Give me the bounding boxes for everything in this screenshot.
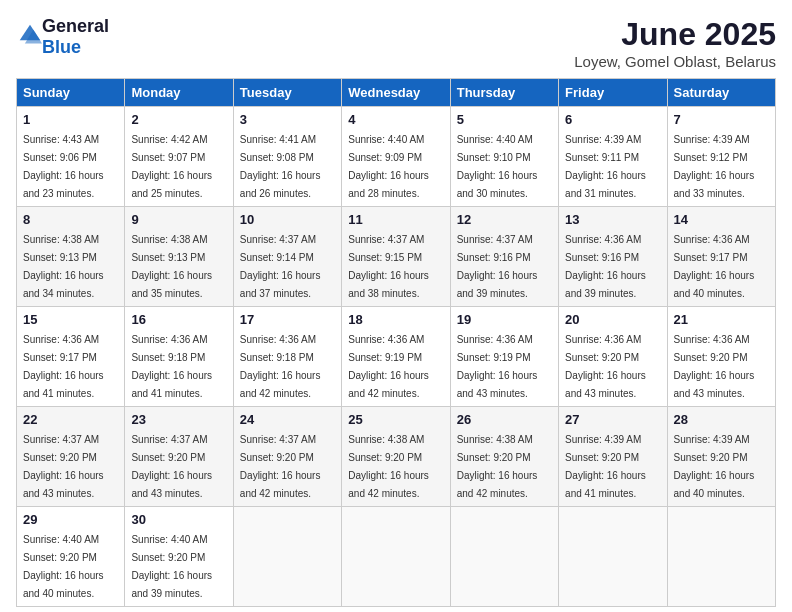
day-number: 27 (565, 412, 660, 427)
day-number: 4 (348, 112, 443, 127)
day-number: 11 (348, 212, 443, 227)
day-info: Sunrise: 4:38 AMSunset: 9:20 PMDaylight:… (457, 434, 538, 499)
header-wednesday: Wednesday (342, 79, 450, 107)
calendar-cell: 23 Sunrise: 4:37 AMSunset: 9:20 PMDaylig… (125, 407, 233, 507)
calendar-cell (450, 507, 558, 607)
calendar-cell (342, 507, 450, 607)
day-number: 10 (240, 212, 335, 227)
day-info: Sunrise: 4:39 AMSunset: 9:20 PMDaylight:… (674, 434, 755, 499)
calendar-week-2: 8 Sunrise: 4:38 AMSunset: 9:13 PMDayligh… (17, 207, 776, 307)
day-info: Sunrise: 4:37 AMSunset: 9:16 PMDaylight:… (457, 234, 538, 299)
day-number: 25 (348, 412, 443, 427)
calendar-week-3: 15 Sunrise: 4:36 AMSunset: 9:17 PMDaylig… (17, 307, 776, 407)
calendar-header: SundayMondayTuesdayWednesdayThursdayFrid… (17, 79, 776, 107)
day-number: 29 (23, 512, 118, 527)
logo-icon (18, 23, 42, 47)
day-number: 7 (674, 112, 769, 127)
day-info: Sunrise: 4:39 AMSunset: 9:11 PMDaylight:… (565, 134, 646, 199)
day-number: 2 (131, 112, 226, 127)
day-number: 8 (23, 212, 118, 227)
day-number: 20 (565, 312, 660, 327)
day-number: 14 (674, 212, 769, 227)
header-thursday: Thursday (450, 79, 558, 107)
day-info: Sunrise: 4:36 AMSunset: 9:18 PMDaylight:… (131, 334, 212, 399)
day-number: 21 (674, 312, 769, 327)
day-number: 3 (240, 112, 335, 127)
calendar-cell: 7 Sunrise: 4:39 AMSunset: 9:12 PMDayligh… (667, 107, 775, 207)
header-row: SundayMondayTuesdayWednesdayThursdayFrid… (17, 79, 776, 107)
day-info: Sunrise: 4:36 AMSunset: 9:19 PMDaylight:… (348, 334, 429, 399)
logo: General Blue (16, 16, 109, 58)
day-number: 6 (565, 112, 660, 127)
calendar-cell: 14 Sunrise: 4:36 AMSunset: 9:17 PMDaylig… (667, 207, 775, 307)
day-number: 28 (674, 412, 769, 427)
day-info: Sunrise: 4:39 AMSunset: 9:20 PMDaylight:… (565, 434, 646, 499)
header-monday: Monday (125, 79, 233, 107)
day-number: 12 (457, 212, 552, 227)
header-friday: Friday (559, 79, 667, 107)
day-info: Sunrise: 4:40 AMSunset: 9:10 PMDaylight:… (457, 134, 538, 199)
day-number: 15 (23, 312, 118, 327)
day-info: Sunrise: 4:37 AMSunset: 9:20 PMDaylight:… (23, 434, 104, 499)
calendar-cell: 8 Sunrise: 4:38 AMSunset: 9:13 PMDayligh… (17, 207, 125, 307)
logo-blue: Blue (42, 37, 81, 57)
day-info: Sunrise: 4:38 AMSunset: 9:13 PMDaylight:… (131, 234, 212, 299)
calendar-cell (559, 507, 667, 607)
calendar-cell: 1 Sunrise: 4:43 AMSunset: 9:06 PMDayligh… (17, 107, 125, 207)
calendar-cell: 24 Sunrise: 4:37 AMSunset: 9:20 PMDaylig… (233, 407, 341, 507)
calendar-cell (233, 507, 341, 607)
calendar-cell: 16 Sunrise: 4:36 AMSunset: 9:18 PMDaylig… (125, 307, 233, 407)
day-info: Sunrise: 4:37 AMSunset: 9:20 PMDaylight:… (131, 434, 212, 499)
calendar-cell: 6 Sunrise: 4:39 AMSunset: 9:11 PMDayligh… (559, 107, 667, 207)
calendar-cell: 13 Sunrise: 4:36 AMSunset: 9:16 PMDaylig… (559, 207, 667, 307)
logo-general: General (42, 16, 109, 36)
calendar-cell: 9 Sunrise: 4:38 AMSunset: 9:13 PMDayligh… (125, 207, 233, 307)
day-info: Sunrise: 4:40 AMSunset: 9:09 PMDaylight:… (348, 134, 429, 199)
calendar-body: 1 Sunrise: 4:43 AMSunset: 9:06 PMDayligh… (17, 107, 776, 607)
page-header: General Blue June 2025 Loyew, Gomel Obla… (16, 16, 776, 70)
day-info: Sunrise: 4:36 AMSunset: 9:19 PMDaylight:… (457, 334, 538, 399)
day-number: 30 (131, 512, 226, 527)
day-info: Sunrise: 4:37 AMSunset: 9:15 PMDaylight:… (348, 234, 429, 299)
day-number: 23 (131, 412, 226, 427)
calendar-table: SundayMondayTuesdayWednesdayThursdayFrid… (16, 78, 776, 607)
calendar-cell: 21 Sunrise: 4:36 AMSunset: 9:20 PMDaylig… (667, 307, 775, 407)
calendar-cell: 26 Sunrise: 4:38 AMSunset: 9:20 PMDaylig… (450, 407, 558, 507)
day-info: Sunrise: 4:41 AMSunset: 9:08 PMDaylight:… (240, 134, 321, 199)
day-info: Sunrise: 4:38 AMSunset: 9:20 PMDaylight:… (348, 434, 429, 499)
calendar-cell: 19 Sunrise: 4:36 AMSunset: 9:19 PMDaylig… (450, 307, 558, 407)
calendar-cell: 5 Sunrise: 4:40 AMSunset: 9:10 PMDayligh… (450, 107, 558, 207)
calendar-cell: 2 Sunrise: 4:42 AMSunset: 9:07 PMDayligh… (125, 107, 233, 207)
header-saturday: Saturday (667, 79, 775, 107)
day-info: Sunrise: 4:36 AMSunset: 9:17 PMDaylight:… (674, 234, 755, 299)
day-info: Sunrise: 4:36 AMSunset: 9:16 PMDaylight:… (565, 234, 646, 299)
calendar-cell: 25 Sunrise: 4:38 AMSunset: 9:20 PMDaylig… (342, 407, 450, 507)
day-number: 5 (457, 112, 552, 127)
calendar-cell: 12 Sunrise: 4:37 AMSunset: 9:16 PMDaylig… (450, 207, 558, 307)
day-number: 13 (565, 212, 660, 227)
day-number: 9 (131, 212, 226, 227)
day-info: Sunrise: 4:40 AMSunset: 9:20 PMDaylight:… (131, 534, 212, 599)
calendar-week-5: 29 Sunrise: 4:40 AMSunset: 9:20 PMDaylig… (17, 507, 776, 607)
calendar-cell: 30 Sunrise: 4:40 AMSunset: 9:20 PMDaylig… (125, 507, 233, 607)
header-sunday: Sunday (17, 79, 125, 107)
calendar-cell: 10 Sunrise: 4:37 AMSunset: 9:14 PMDaylig… (233, 207, 341, 307)
day-number: 24 (240, 412, 335, 427)
day-info: Sunrise: 4:38 AMSunset: 9:13 PMDaylight:… (23, 234, 104, 299)
calendar-cell: 29 Sunrise: 4:40 AMSunset: 9:20 PMDaylig… (17, 507, 125, 607)
day-info: Sunrise: 4:36 AMSunset: 9:18 PMDaylight:… (240, 334, 321, 399)
day-number: 18 (348, 312, 443, 327)
day-info: Sunrise: 4:37 AMSunset: 9:14 PMDaylight:… (240, 234, 321, 299)
header-tuesday: Tuesday (233, 79, 341, 107)
calendar-cell: 20 Sunrise: 4:36 AMSunset: 9:20 PMDaylig… (559, 307, 667, 407)
calendar-cell: 28 Sunrise: 4:39 AMSunset: 9:20 PMDaylig… (667, 407, 775, 507)
calendar-cell: 18 Sunrise: 4:36 AMSunset: 9:19 PMDaylig… (342, 307, 450, 407)
day-info: Sunrise: 4:43 AMSunset: 9:06 PMDaylight:… (23, 134, 104, 199)
location-title: Loyew, Gomel Oblast, Belarus (574, 53, 776, 70)
day-number: 26 (457, 412, 552, 427)
month-title: June 2025 (574, 16, 776, 53)
day-number: 16 (131, 312, 226, 327)
title-block: June 2025 Loyew, Gomel Oblast, Belarus (574, 16, 776, 70)
calendar-week-1: 1 Sunrise: 4:43 AMSunset: 9:06 PMDayligh… (17, 107, 776, 207)
calendar-cell: 3 Sunrise: 4:41 AMSunset: 9:08 PMDayligh… (233, 107, 341, 207)
